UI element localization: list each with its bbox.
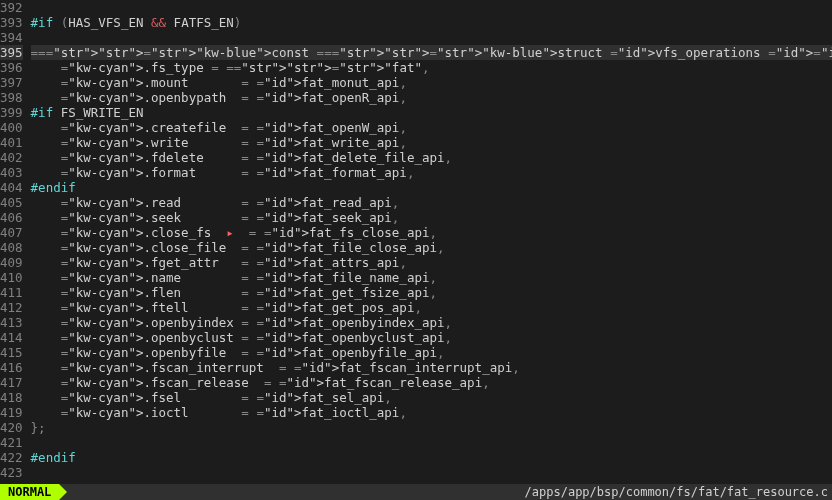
code-line[interactable] <box>31 0 832 15</box>
code-line[interactable]: ="kw-cyan">.ftell = ="id">fat_get_pos_ap… <box>31 300 832 315</box>
line-number: 406 <box>0 210 23 225</box>
line-number: 416 <box>0 360 23 375</box>
line-number: 421 <box>0 435 23 450</box>
line-number: 402 <box>0 150 23 165</box>
line-number: 417 <box>0 375 23 390</box>
code-line[interactable] <box>31 435 832 450</box>
line-number: 414 <box>0 330 23 345</box>
line-number-gutter: 3923933943953963973983994004014024034044… <box>0 0 27 484</box>
vim-mode-badge: NORMAL <box>0 484 59 500</box>
line-number: 410 <box>0 270 23 285</box>
code-line[interactable]: #endif <box>31 180 832 195</box>
file-path: /apps/app/bsp/common/fs/fat/fat_resource… <box>525 485 828 499</box>
code-line[interactable]: ="kw-cyan">.createfile = ="id">fat_openW… <box>31 120 832 135</box>
code-line[interactable]: ="kw-cyan">.fdelete = ="id">fat_delete_f… <box>31 150 832 165</box>
line-number: 413 <box>0 315 23 330</box>
status-line: NORMAL /apps/app/bsp/common/fs/fat/fat_r… <box>0 484 832 500</box>
code-area[interactable]: #if (HAS_VFS_EN && FATFS_EN) ==="str">"s… <box>27 0 832 484</box>
line-number: 415 <box>0 345 23 360</box>
line-number: 412 <box>0 300 23 315</box>
code-line[interactable]: ="kw-cyan">.mount = ="id">fat_monut_api, <box>31 75 832 90</box>
code-line[interactable]: ="kw-cyan">.fscan_interrupt = ="id">fat_… <box>31 360 832 375</box>
code-line[interactable]: ="kw-cyan">.fget_attr = ="id">fat_attrs_… <box>31 255 832 270</box>
line-number: 401 <box>0 135 23 150</box>
line-number: 404 <box>0 180 23 195</box>
line-number: 408 <box>0 240 23 255</box>
code-line[interactable]: ="kw-cyan">.fscan_release = ="id">fat_fs… <box>31 375 832 390</box>
code-line[interactable]: }; <box>31 420 832 435</box>
code-line[interactable]: ="kw-cyan">.ioctl = ="id">fat_ioctl_api, <box>31 405 832 420</box>
code-line[interactable]: ="kw-cyan">.fs_type = =="str">"str">="st… <box>31 60 832 75</box>
line-number: 393 <box>0 15 23 30</box>
code-line[interactable]: #if (HAS_VFS_EN && FATFS_EN) <box>31 15 832 30</box>
line-number: 392 <box>0 0 23 15</box>
code-line[interactable]: ="kw-cyan">.fsel = ="id">fat_sel_api, <box>31 390 832 405</box>
code-line[interactable]: ="kw-cyan">.openbyclust = ="id">fat_open… <box>31 330 832 345</box>
code-line[interactable]: #endif <box>31 450 832 465</box>
line-number: 394 <box>0 30 23 45</box>
line-number: 420 <box>0 420 23 435</box>
line-number: 422 <box>0 450 23 465</box>
code-line[interactable]: ="kw-cyan">.close_file = ="id">fat_file_… <box>31 240 832 255</box>
code-line[interactable]: ="kw-cyan">.openbypath = ="id">fat_openR… <box>31 90 832 105</box>
line-number: 396 <box>0 60 23 75</box>
line-number: 400 <box>0 120 23 135</box>
line-number: 409 <box>0 255 23 270</box>
code-line[interactable]: ="kw-cyan">.format = ="id">fat_format_ap… <box>31 165 832 180</box>
line-number: 418 <box>0 390 23 405</box>
code-line[interactable]: ="kw-cyan">.close_fs ▸ = ="id">fat_fs_cl… <box>31 225 832 240</box>
line-number: 407 <box>0 225 23 240</box>
line-number: 403 <box>0 165 23 180</box>
code-line[interactable]: ="kw-cyan">.flen = ="id">fat_get_fsize_a… <box>31 285 832 300</box>
code-line[interactable] <box>31 30 832 45</box>
code-line[interactable]: ="kw-cyan">.openbyfile = ="id">fat_openb… <box>31 345 832 360</box>
line-number: 397 <box>0 75 23 90</box>
mode-separator <box>59 484 67 500</box>
line-number: 419 <box>0 405 23 420</box>
code-line[interactable]: ="kw-cyan">.openbyindex = ="id">fat_open… <box>31 315 832 330</box>
code-line[interactable]: ="kw-cyan">.name = ="id">fat_file_name_a… <box>31 270 832 285</box>
code-line[interactable]: ==="str">"str">="str">"kw-blue">const ==… <box>31 45 832 60</box>
code-line[interactable] <box>31 465 832 480</box>
line-number: 395 <box>0 45 23 60</box>
code-line[interactable]: ="kw-cyan">.seek = ="id">fat_seek_api, <box>31 210 832 225</box>
code-line[interactable]: #if FS_WRITE_EN <box>31 105 832 120</box>
code-line[interactable]: ="kw-cyan">.write = ="id">fat_write_api, <box>31 135 832 150</box>
line-number: 423 <box>0 465 23 480</box>
line-number: 399 <box>0 105 23 120</box>
line-number: 398 <box>0 90 23 105</box>
line-number: 411 <box>0 285 23 300</box>
line-number: 405 <box>0 195 23 210</box>
code-editor[interactable]: 3923933943953963973983994004014024034044… <box>0 0 832 484</box>
code-line[interactable]: ="kw-cyan">.read = ="id">fat_read_api, <box>31 195 832 210</box>
